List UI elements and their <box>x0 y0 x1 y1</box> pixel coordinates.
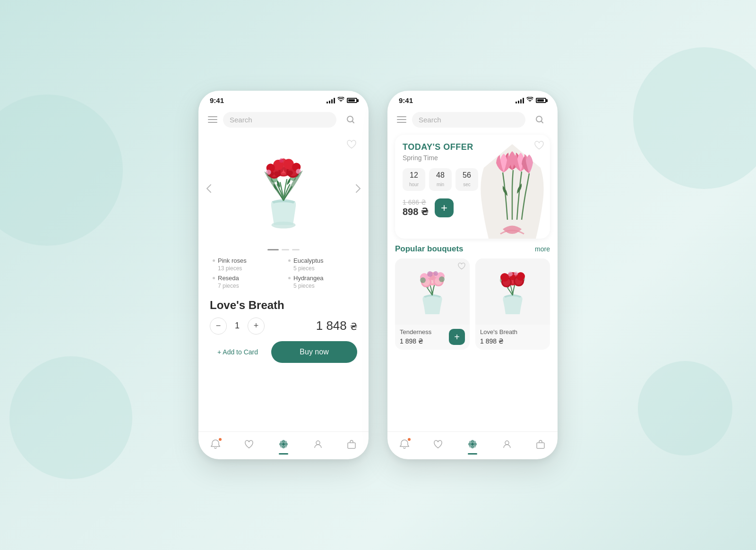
phones-container: 9:41 <box>198 91 558 459</box>
nav-flower-2[interactable] <box>463 437 482 452</box>
bottom-nav-2 <box>387 431 558 459</box>
status-bar-2: 9:41 <box>387 91 558 107</box>
ingredient-count-4: 5 pieces <box>293 283 324 289</box>
bouquet-add-btn-1[interactable]: + <box>449 329 465 345</box>
search-button-1[interactable] <box>342 111 359 128</box>
phone1-content: Pink roses 13 pieces Eucalyptus 5 pieces… <box>198 132 369 431</box>
countdown-min: 48 min <box>429 168 452 191</box>
buy-now-button[interactable]: Buy now <box>271 341 357 363</box>
search-input-1[interactable]: Search <box>223 112 336 128</box>
bg-decoration-3 <box>633 47 756 189</box>
countdown-hour: 12 hour <box>403 168 425 191</box>
nav-heart-1[interactable] <box>240 437 258 451</box>
search-placeholder-2: Search <box>419 116 441 124</box>
bg-decoration-4 <box>638 361 732 455</box>
battery-icon-2 <box>536 98 546 103</box>
svg-point-38 <box>316 441 320 445</box>
svg-point-65 <box>508 272 513 276</box>
more-button[interactable]: more <box>535 245 550 253</box>
countdown-sec-label: sec <box>463 182 471 187</box>
phone-2: 9:41 <box>387 91 558 459</box>
dot-2[interactable] <box>282 249 289 250</box>
svg-rect-39 <box>348 443 355 448</box>
countdown-sec-value: 56 <box>460 171 473 180</box>
bouquet-img-2 <box>475 258 550 325</box>
increase-qty-btn[interactable]: + <box>248 318 265 335</box>
ingredient-name-2: Eucalyptus <box>293 257 324 265</box>
nav-bag-1[interactable] <box>343 437 361 451</box>
phone2-main-content: TODAY'S OFFER Spring Time 12 hour 48 min… <box>387 132 558 431</box>
countdown-hour-label: hour <box>409 182 419 187</box>
status-bar-1: 9:41 <box>198 91 369 107</box>
offer-add-button[interactable]: + <box>435 198 454 217</box>
price-value: 1 848 <box>316 318 350 333</box>
battery-icon <box>347 98 357 103</box>
svg-point-28 <box>279 158 284 163</box>
svg-point-53 <box>439 276 445 282</box>
offer-title: TODAY'S OFFER <box>403 142 542 152</box>
svg-point-76 <box>505 441 509 445</box>
bouquet-card-2: Love's Breath 1 898 ₴ <box>475 258 550 350</box>
svg-point-72 <box>469 441 472 444</box>
nav-bell-1[interactable] <box>206 437 224 451</box>
ingredient-count-1: 13 pieces <box>218 265 247 272</box>
nav-person-2[interactable] <box>498 437 516 451</box>
offer-content: TODAY'S OFFER Spring Time 12 hour 48 min… <box>403 142 542 232</box>
svg-rect-77 <box>537 443 544 448</box>
product-price: 1 848 ₴ <box>316 318 357 333</box>
countdown-row: 12 hour 48 min 56 sec <box>403 168 542 191</box>
search-placeholder-1: Search <box>230 116 252 124</box>
favorite-button-1[interactable] <box>344 137 359 152</box>
next-image-arrow[interactable] <box>352 182 365 195</box>
popular-title: Popular bouquets <box>395 244 464 254</box>
offer-old-price: 1 686 ₴ <box>403 198 428 206</box>
dot-1[interactable] <box>267 249 279 250</box>
bouquet-card-1: Tenderness 1 898 ₴ + <box>395 258 470 350</box>
ingredients-list: Pink roses 13 pieces Eucalyptus 5 pieces… <box>198 252 369 294</box>
prev-image-arrow[interactable] <box>202 182 215 195</box>
svg-point-74 <box>469 445 472 447</box>
nav-flower-1[interactable] <box>274 437 293 452</box>
svg-point-50 <box>427 271 433 277</box>
svg-point-63 <box>500 273 509 282</box>
wifi-icon-2 <box>526 97 533 104</box>
bouquet-card-info-2: Love's Breath 1 898 ₴ <box>475 325 550 350</box>
menu-icon-2[interactable] <box>397 116 406 123</box>
flower-image-container <box>198 132 369 245</box>
notification-dot <box>219 438 222 441</box>
svg-point-67 <box>471 443 474 446</box>
dot-3[interactable] <box>292 249 300 250</box>
menu-icon[interactable] <box>208 116 217 123</box>
search-bar-2: Search <box>387 107 558 132</box>
bouquet-img-1 <box>395 258 470 325</box>
svg-point-75 <box>473 445 476 447</box>
nav-person-1[interactable] <box>309 437 327 451</box>
nav-bag-2[interactable] <box>532 437 550 451</box>
offer-price-row: 1 686 ₴ 898 ₴ + <box>403 198 542 217</box>
status-time-2: 9:41 <box>399 96 413 104</box>
quantity-control: − 1 + <box>210 318 265 335</box>
product-info: Love's Breath − 1 + 1 848 ₴ <box>198 294 369 341</box>
bg-decoration-1 <box>0 95 123 246</box>
search-button-2[interactable] <box>531 111 548 128</box>
status-icons-2 <box>515 97 546 104</box>
ingredient-2: Eucalyptus 5 pieces <box>288 257 354 272</box>
add-to-card-button[interactable]: + Add to Card <box>210 341 266 363</box>
svg-point-34 <box>280 441 283 444</box>
nav-heart-2[interactable] <box>429 437 447 451</box>
bouquet-heart-1[interactable] <box>457 262 466 272</box>
popular-section-header: Popular bouquets more <box>387 244 558 258</box>
ingredient-name-1: Pink roses <box>218 257 247 265</box>
svg-point-37 <box>284 445 287 447</box>
svg-point-29 <box>282 443 285 446</box>
ingredient-3: Reseda 7 pieces <box>213 275 279 289</box>
quantity-value: 1 <box>232 321 242 331</box>
bouquet-price-2: 1 898 ₴ <box>480 337 545 345</box>
svg-point-66 <box>514 272 518 275</box>
nav-bell-2[interactable] <box>395 437 413 451</box>
search-input-2[interactable]: Search <box>412 112 525 128</box>
offer-favorite-btn[interactable] <box>534 140 544 152</box>
countdown-min-label: min <box>437 182 444 187</box>
decrease-qty-btn[interactable]: − <box>210 318 227 335</box>
quantity-price-row: − 1 + 1 848 ₴ <box>210 318 357 335</box>
